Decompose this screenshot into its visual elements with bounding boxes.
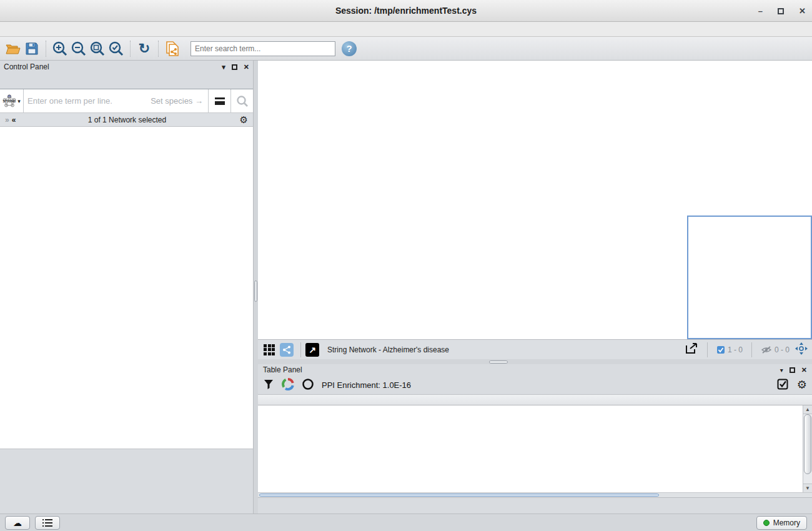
- network-tree: [0, 127, 253, 449]
- table-panel-tabs: [258, 497, 812, 514]
- window-title: Session: /tmp/enrichmentTest.cys: [335, 6, 477, 16]
- refresh-icon[interactable]: ↻: [135, 39, 154, 58]
- network-title: String Network - Alzheimer's disease: [327, 345, 685, 354]
- panel-float-icon[interactable]: ▾: [222, 63, 225, 71]
- hidden-nodes-counter: 0 - 0: [761, 345, 790, 354]
- hidden-eye-icon: [761, 345, 772, 354]
- control-panel-title: Control Panel: [4, 62, 49, 71]
- open-session-button[interactable]: [4, 39, 22, 58]
- table-horizontal-scrollbar[interactable]: [258, 492, 812, 497]
- table-float-icon[interactable]: ▾: [780, 367, 783, 374]
- enrichment-table: ▲▼: [258, 405, 812, 492]
- panel-close-icon[interactable]: ✕: [244, 63, 249, 71]
- save-session-button[interactable]: [22, 39, 41, 58]
- zoom-fit-icon[interactable]: [88, 39, 107, 58]
- status-bar: ☁ Memory: [0, 514, 812, 531]
- zoom-selected-icon[interactable]: [107, 39, 126, 58]
- draw-charts-icon[interactable]: [282, 378, 294, 392]
- control-panel-tabs: [0, 73, 253, 89]
- memory-button[interactable]: Memory: [756, 516, 807, 530]
- vertical-splitter[interactable]: [254, 61, 258, 514]
- panel-undock-icon[interactable]: [232, 64, 237, 70]
- table-panel-title: Table Panel: [263, 365, 302, 374]
- query-options-icon[interactable]: [208, 89, 230, 112]
- zoom-out-icon[interactable]: [69, 39, 88, 58]
- table-undock-icon[interactable]: [790, 367, 795, 373]
- main-area: Control Panel ▾ ✕ STRING ▾ Enter one ter…: [0, 61, 812, 514]
- search-input[interactable]: [191, 41, 335, 56]
- memory-label: Memory: [773, 519, 800, 527]
- zoom-in-icon[interactable]: [51, 39, 69, 58]
- table-settings-gear-icon[interactable]: ⚙: [797, 378, 807, 392]
- help-icon[interactable]: ?: [342, 41, 357, 56]
- task-history-button[interactable]: [35, 516, 60, 530]
- table-panel: Table Panel ▾ ✕ PPI Enrichment: 1.0E-16 …: [258, 364, 812, 514]
- query-input[interactable]: Enter one term per line.: [24, 89, 151, 112]
- horizontal-splitter[interactable]: [258, 359, 812, 364]
- cloud-tasks-button[interactable]: ☁: [5, 516, 30, 530]
- memory-status-dot: [763, 520, 770, 526]
- string-share-icon[interactable]: [279, 342, 294, 357]
- main-toolbar: ↻ ?: [0, 37, 812, 61]
- control-panel: Control Panel ▾ ✕ STRING ▾ Enter one ter…: [0, 61, 254, 514]
- reset-charts-icon[interactable]: [302, 378, 314, 392]
- checkbox-icon: [716, 345, 725, 354]
- maximize-button[interactable]: [778, 8, 784, 14]
- birdseye-toggle-icon[interactable]: [262, 342, 277, 357]
- birdseye-view[interactable]: [687, 216, 812, 339]
- string-query-bar: STRING ▾ Enter one term per line. Set sp…: [0, 89, 253, 113]
- navigate-compass-icon[interactable]: [795, 342, 808, 357]
- title-bar: Session: /tmp/enrichmentTest.cys – ✕: [0, 0, 812, 22]
- minimize-button[interactable]: –: [758, 6, 763, 16]
- table-header: [258, 394, 812, 405]
- select-rows-checkbox-icon[interactable]: [777, 379, 788, 392]
- string-source-selector[interactable]: STRING ▾: [0, 89, 24, 112]
- network-options-gear-icon[interactable]: ⚙: [240, 114, 248, 126]
- close-button[interactable]: ✕: [799, 6, 806, 16]
- network-selection-bar: » « 1 of 1 Network selected ⚙: [0, 113, 253, 127]
- svg-text:STRING: STRING: [3, 99, 16, 102]
- import-network-icon[interactable]: [163, 39, 182, 58]
- selected-nodes-counter: 1 - 0: [716, 345, 743, 354]
- query-search-icon[interactable]: [230, 89, 253, 112]
- menu-bar: [0, 22, 812, 37]
- table-vertical-scrollbar[interactable]: ▲▼: [803, 405, 812, 492]
- species-hint[interactable]: Set species →: [151, 96, 208, 106]
- network-selected-status: 1 of 1 Network selected: [14, 116, 239, 124]
- network-canvas[interactable]: [258, 61, 812, 339]
- export-network-icon[interactable]: [685, 342, 698, 357]
- filter-icon[interactable]: [263, 379, 274, 392]
- open-in-string-icon[interactable]: ↗: [305, 342, 320, 357]
- table-close-icon[interactable]: ✕: [801, 366, 807, 374]
- ppi-enrichment-value: PPI Enrichment: 1.0E-16: [322, 380, 411, 390]
- collapse-all-icon[interactable]: »: [5, 116, 8, 124]
- network-view-toolbar: ↗ String Network - Alzheimer's disease 1…: [258, 339, 812, 359]
